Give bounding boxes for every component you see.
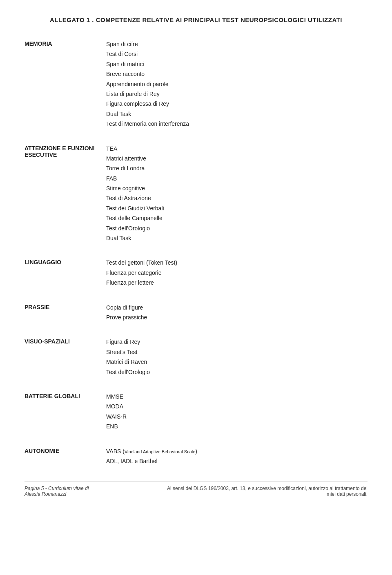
section-label-linguaggio: LINGUAGGIO: [24, 258, 106, 265]
section-attenzione: ATTENZIONE E FUNZIONI ESECUTIVETEAMatric…: [24, 144, 368, 244]
list-item: WAIS-R: [106, 412, 368, 421]
footer-right: Ai sensi del DLGS 196/2003, art. 13, e s…: [163, 486, 368, 497]
section-linguaggio: LINGUAGGIOTest dei gettoni (Token Test)F…: [24, 258, 368, 288]
section-content-linguaggio: Test dei gettoni (Token Test)Fluenza per…: [106, 258, 368, 288]
list-item: Fluenza per categorie: [106, 268, 368, 277]
list-item: MODA: [106, 402, 368, 411]
footer-left-line2: Alessia Romanazzi: [24, 491, 66, 497]
vabs-text-end: ): [195, 447, 197, 456]
list-item: Stime cognitive: [106, 184, 368, 193]
list-item: Test dell'Orologio: [106, 368, 368, 377]
section-visuo: VISUO-SPAZIALIFigura di ReyStreet's Test…: [24, 337, 368, 377]
list-item: Torre di Londra: [106, 164, 368, 173]
section-content-batterie: MMSEMODAWAIS-RENB: [106, 392, 368, 432]
list-item: Street's Test: [106, 348, 368, 357]
list-item: Prove prassiche: [106, 313, 368, 322]
vabs-text-main: VABS (: [106, 447, 125, 456]
section-label-attenzione: ATTENZIONE E FUNZIONI ESECUTIVE: [24, 144, 106, 158]
vabs-text-small: Vineland Adaptive Behavioral Scale: [125, 448, 195, 456]
list-item: Test di Astrazione: [106, 194, 368, 203]
list-item: Apprendimento di parole: [106, 80, 368, 89]
section-label-batterie: BATTERIE GLOBALI: [24, 392, 106, 399]
list-item: Breve racconto: [106, 69, 368, 78]
section-label-memoria: MEMORIA: [24, 40, 106, 47]
list-item: Copia di figure: [106, 303, 368, 312]
list-item: Span di cifre: [106, 40, 368, 49]
section-label-prassie: PRASSIE: [24, 303, 106, 310]
section-content-prassie: Copia di figureProve prassiche: [106, 303, 368, 323]
list-item: Span di matrici: [106, 60, 368, 69]
list-item: ENB: [106, 422, 368, 431]
section-content-visuo: Figura di ReyStreet's TestMatrici di Rav…: [106, 337, 368, 377]
section-label-autonomie: AUTONOMIE: [24, 447, 106, 454]
section-batterie: BATTERIE GLOBALIMMSEMODAWAIS-RENB: [24, 392, 368, 432]
page-title: ALLEGATO 1 . COMPETENZE RELATIVE AI PRIN…: [24, 16, 368, 23]
list-item: Dual Task: [106, 234, 368, 243]
list-item: Test dei gettoni (Token Test): [106, 258, 368, 267]
footer: Pagina 5 - Curriculum vitae di Alessia R…: [24, 481, 368, 497]
list-item: Matrici attentive: [106, 154, 368, 163]
list-item: Figura complessa di Rey: [106, 99, 368, 108]
section-content-autonomie: VABS ( Vineland Adaptive Behavioral Scal…: [106, 447, 368, 467]
section-memoria: MEMORIASpan di cifreTest di CorsiSpan di…: [24, 40, 368, 129]
list-item: Figura di Rey: [106, 337, 368, 346]
list-item: Lista di parole di Rey: [106, 89, 368, 98]
vabs-line: VABS ( Vineland Adaptive Behavioral Scal…: [106, 447, 368, 456]
list-item: Test dei Giudizi Verbali: [106, 204, 368, 213]
section-prassie: PRASSIECopia di figureProve prassiche: [24, 303, 368, 323]
list-item: FAB: [106, 174, 368, 183]
section-autonomie: AUTONOMIE VABS ( Vineland Adaptive Behav…: [24, 447, 368, 467]
list-item: Test di Corsi: [106, 49, 368, 58]
section-label-visuo: VISUO-SPAZIALI: [24, 337, 106, 345]
list-item: MMSE: [106, 392, 368, 401]
footer-left: Pagina 5 - Curriculum vitae di Alessia R…: [24, 486, 89, 497]
list-item: TEA: [106, 144, 368, 153]
list-item: Matrici di Raven: [106, 357, 368, 366]
list-item: Fluenza per lettere: [106, 278, 368, 287]
footer-left-line1: Pagina 5 - Curriculum vitae di: [24, 486, 89, 491]
list-item: Test dell'Orologio: [106, 224, 368, 233]
list-item: Dual Task: [106, 109, 368, 118]
adl-line: ADL, IADL e Barthel: [106, 457, 368, 466]
list-item: Test di Memoria con interferenza: [106, 119, 368, 128]
section-content-memoria: Span di cifreTest di CorsiSpan di matric…: [106, 40, 368, 129]
section-content-attenzione: TEAMatrici attentiveTorre di LondraFABSt…: [106, 144, 368, 244]
list-item: Test delle Campanelle: [106, 214, 368, 223]
